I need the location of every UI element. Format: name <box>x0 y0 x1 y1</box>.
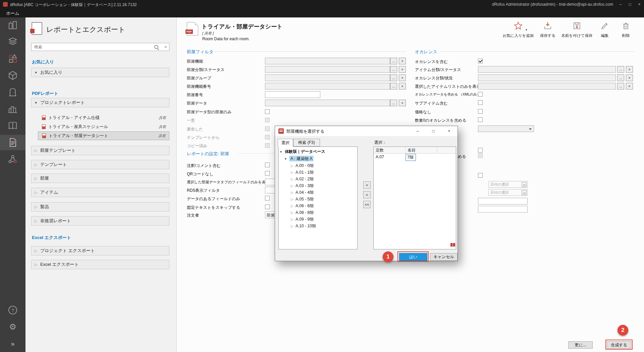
no-price-checkbox[interactable] <box>478 109 483 114</box>
close-button[interactable]: × <box>635 0 644 9</box>
room-group-input[interactable] <box>265 74 390 81</box>
room-function-no-input[interactable] <box>265 83 390 90</box>
date-from-picker[interactable]: 日付の選択 15 <box>488 181 528 188</box>
menu-home[interactable]: ホーム <box>6 10 19 16</box>
tree-node-floor[interactable]: ▷A.02 - 2階 <box>291 176 314 182</box>
group-items[interactable]: ▷ アイテム <box>31 188 169 197</box>
sidebar-item-levels[interactable] <box>0 34 25 50</box>
report-item[interactable]: トライアル・アイテム仕様 共有 <box>38 113 169 122</box>
room-function-input[interactable] <box>265 58 390 64</box>
room-function-no-browse-button[interactable]: ... <box>390 83 397 90</box>
save-as-button[interactable]: 名前を付けて保存 <box>561 21 593 38</box>
sidebar-item-reports[interactable] <box>0 135 25 150</box>
dialog-close-button[interactable]: × <box>442 126 457 136</box>
sidebar-item-help[interactable]: ? <box>0 302 25 318</box>
group-favorites[interactable]: ▾ お気に入り <box>31 68 169 77</box>
tree-node-floor[interactable]: ▷A.05 - 5階 <box>291 196 314 202</box>
move-left-button[interactable]: < <box>363 191 371 198</box>
group-project-reports[interactable]: ▾ プロジェクトレポート <box>31 98 169 107</box>
minimize-button[interactable]: – <box>616 0 625 9</box>
room-group-clear-button[interactable]: × <box>399 74 406 81</box>
move-right-button[interactable]: > <box>363 181 371 189</box>
sidebar-item-network[interactable] <box>0 152 25 167</box>
column-header-constant[interactable]: 定数 <box>374 147 406 154</box>
hidden-row-checkbox[interactable] <box>478 148 483 153</box>
grid-cell-constant[interactable]: A.07 <box>374 154 406 160</box>
room-data-clear-button[interactable]: × <box>399 100 406 106</box>
room-function-clear-button[interactable]: × <box>399 58 406 64</box>
dialog-maximize-button[interactable]: □ <box>426 126 441 136</box>
room-data-input[interactable] <box>265 100 390 106</box>
add-favorite-button[interactable]: ▾ お気に入りを追加 <box>502 21 534 38</box>
tree-node-floor[interactable]: ▷A.01 - 1階 <box>291 170 314 175</box>
comments-checkbox[interactable] <box>265 163 270 167</box>
cancel-button[interactable]: キャンセル <box>430 253 458 261</box>
group-room-templates[interactable]: ▷ 部屋テンプレート <box>31 146 169 155</box>
tree-node-floor[interactable]: ▷A.09 - 9階 <box>291 217 314 222</box>
search-icon[interactable] <box>154 45 159 50</box>
more-button[interactable]: 更に... <box>568 341 593 349</box>
zero-qty-checkbox[interactable] <box>478 117 483 122</box>
selected-item-list-input[interactable] <box>478 83 616 90</box>
group-templates[interactable]: ▷ テンプレート <box>31 160 169 169</box>
group-products[interactable]: ▷ 製品 <box>31 202 169 212</box>
dialog-minimize-button[interactable]: – <box>410 126 425 136</box>
tab-select[interactable]: 選択 <box>278 139 293 147</box>
room-class-input[interactable] <box>265 66 390 73</box>
hidden-row2-checkbox[interactable] <box>478 173 483 178</box>
item-class-input[interactable] <box>478 66 616 73</box>
sidebar-item-buildings[interactable] <box>0 17 25 33</box>
tree-node-floor[interactable]: ▷A.04 - 4階 <box>291 190 314 195</box>
occ-data-xml-checkbox[interactable] <box>478 92 483 97</box>
sidebar-item-systems[interactable] <box>0 101 25 117</box>
group-project-export[interactable]: ▷ プロジェクト エクスポート <box>31 246 169 255</box>
tree-node-floor[interactable]: ▷A.03 - 3階 <box>291 183 314 189</box>
occ-class-clear-button[interactable]: × <box>626 74 633 81</box>
save-button[interactable]: 保存する <box>532 21 564 38</box>
search-input[interactable] <box>32 43 156 51</box>
hidden-text-input-1[interactable] <box>478 198 528 204</box>
delete-button[interactable]: 削除 <box>610 21 642 38</box>
room-function-browse-button[interactable]: ... <box>390 58 397 64</box>
tree-node-floor[interactable]: ▷A.08 - 8階 <box>291 210 314 216</box>
sidebar-item-catalog[interactable] <box>0 118 25 133</box>
occ-class-input[interactable] <box>478 74 616 81</box>
occurrence-dropdown[interactable] <box>478 125 534 132</box>
skip-fixed-text-checkbox[interactable] <box>265 204 270 209</box>
item-class-browse-button[interactable]: ... <box>617 66 624 73</box>
group-excel-export[interactable]: ▷ Excel エクスポート <box>31 260 169 269</box>
maximize-button[interactable]: □ <box>625 0 635 9</box>
tree-node-floor[interactable]: ▷A.10 - 10階 <box>291 223 316 229</box>
group-rooms[interactable]: ▷ 部屋 <box>31 174 169 183</box>
room-class-clear-button[interactable]: × <box>399 66 406 73</box>
report-item[interactable]: トライアル・家具スケジュール 共有 <box>38 122 169 131</box>
group-deprecated[interactable]: ▷ 非推奨レポート <box>31 216 169 226</box>
occ-class-browse-button[interactable]: ... <box>617 74 624 81</box>
search-clear-icon[interactable]: × <box>164 44 167 50</box>
selected-item-list-clear-button[interactable]: × <box>626 83 633 90</box>
tree-root[interactable]: ▾体験版｜データベース <box>280 149 325 155</box>
fields-with-data-checkbox[interactable] <box>265 196 270 200</box>
include-occurrences-checkbox[interactable] <box>478 59 483 63</box>
tree-node-floor[interactable]: ▷A.06 - 6階 <box>291 203 314 209</box>
sidebar-item-items[interactable] <box>0 68 25 83</box>
no-qr-checkbox[interactable] <box>265 171 270 176</box>
sidebar-item-settings[interactable]: ⚙ <box>0 319 25 335</box>
room-function-no-clear-button[interactable]: × <box>399 83 406 90</box>
sidebar-item-doors[interactable] <box>0 84 25 100</box>
sidebar-item-shapes[interactable] <box>0 51 25 66</box>
tab-search[interactable]: 検索 (F3) <box>293 139 320 146</box>
room-class-browse-button[interactable]: ... <box>390 66 397 73</box>
tree-node-building[interactable]: ▾A - 建築物 A <box>285 156 313 162</box>
tree-node-floor[interactable]: ▷A.00 - 0階 <box>291 163 314 169</box>
room-data-only-checkbox[interactable] <box>265 109 270 114</box>
hidden-text-input-2[interactable] <box>478 206 528 213</box>
room-no-input[interactable] <box>265 91 320 98</box>
grid-cell-name[interactable]: 7階 <box>406 154 437 160</box>
report-item-selected[interactable]: トライアル・部屋データシート 共有 <box>38 131 169 140</box>
date-to-picker[interactable]: 日付の選択 15 <box>488 189 528 196</box>
column-header-name[interactable]: 名前 <box>406 147 437 154</box>
sub-items-checkbox[interactable] <box>478 100 483 105</box>
item-class-clear-button[interactable]: × <box>626 66 633 73</box>
selected-item-list-browse-button[interactable]: ... <box>617 83 624 90</box>
